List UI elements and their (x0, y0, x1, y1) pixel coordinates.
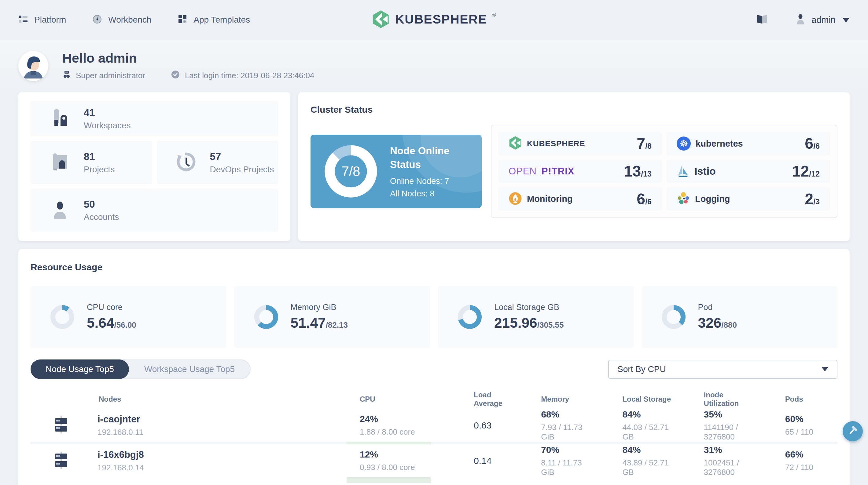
table-row[interactable]: i-16x6bgj8 192.168.0.14 12% 0.93 / 8.00 … (31, 444, 837, 477)
tab-workspace-usage-top5[interactable]: Workspace Usage Top5 (129, 360, 250, 379)
hero-banner: Hello admin Super administrator Last log… (0, 40, 868, 92)
nav-platform[interactable]: Platform (18, 14, 66, 25)
col-pods: Pods (756, 395, 837, 403)
monitoring-ready: 6 (637, 190, 645, 208)
memory-total: /82.13 (326, 320, 348, 330)
user-role-label: Super administrator (76, 71, 145, 80)
service-kubernetes-name: kubernetes (695, 139, 743, 149)
server-icon (54, 452, 68, 470)
server-icon (54, 416, 68, 434)
check-circle-icon (171, 70, 180, 81)
service-kubesphere-name: KUBESPHERE (527, 139, 585, 149)
kubesphere-ready: 7 (637, 135, 645, 152)
node-name[interactable]: i-caojnter (97, 414, 143, 425)
service-kubesphere: KUBESPHERE 7/8 (498, 132, 662, 156)
usage-tabs: Node Usage Top5 Workspace Usage Top5 (31, 359, 251, 379)
kubernetes-icon: ☸ (677, 136, 691, 151)
memory-percent: 68% (541, 409, 593, 420)
stat-accounts[interactable]: 50 Accounts (31, 189, 278, 232)
accounts-icon (50, 200, 70, 221)
cluster-status-title: Cluster Status (311, 104, 837, 115)
user-menu[interactable]: admin (796, 14, 850, 26)
pods-percent: 66% (785, 449, 837, 460)
node-online-title: Node Online Status (390, 144, 468, 171)
kubesphere-total: /8 (645, 142, 652, 151)
service-openpitrix: OPENP!TRIX 13/13 (498, 160, 662, 183)
cpu-label: CPU core (87, 303, 136, 312)
nav-app-templates-label: App Templates (193, 15, 250, 25)
storage-detail: 44.03 / 52.71 GB (622, 423, 675, 442)
kubesphere-hexagon-icon (372, 10, 390, 29)
metric-local-storage: Local Storage GB 215.96/305.55 (438, 286, 634, 348)
workspaces-count: 41 (84, 107, 131, 119)
pods-cell: 60% 65 / 110 (756, 414, 837, 437)
tab-node-usage-top5[interactable]: Node Usage Top5 (31, 359, 129, 379)
pods-percent: 60% (785, 414, 837, 424)
node-online-ratio: 7/8 (324, 145, 377, 198)
sort-by-select[interactable]: Sort By CPU (608, 360, 837, 379)
pods-detail: 65 / 110 (785, 427, 837, 437)
nodes-table-header: Nodes CPU Load Average Memory Local Stor… (31, 389, 837, 409)
stat-devops-projects[interactable]: 57 DevOps Projects (157, 141, 278, 184)
node-online-donut: 7/8 (324, 145, 377, 198)
inode-detail: 1141190 / 3276800 (704, 423, 756, 442)
brand-reg-mark: ® (492, 12, 496, 18)
docs-book-icon[interactable] (756, 14, 768, 26)
storage-used: 215.96 (494, 315, 537, 331)
storage-total: /305.55 (537, 320, 564, 330)
pod-donut (661, 305, 686, 329)
col-inode-utilization: inode Utilization (675, 391, 756, 408)
service-logging: Logging 2/3 (666, 187, 830, 211)
table-row[interactable]: i-caojnter 192.168.0.11 24% 1.88 / 8.00 … (31, 409, 837, 442)
workbench-icon (92, 14, 102, 25)
openpitrix-logo: OPENP!TRIX (508, 166, 574, 177)
logging-ready: 2 (805, 190, 813, 208)
nav-workbench[interactable]: Workbench (92, 14, 151, 25)
inode-cell: 35% 1141190 / 3276800 (675, 409, 756, 442)
storage-cell: 84% 44.03 / 52.71 GB (593, 409, 675, 442)
node-name[interactable]: i-16x6bgj8 (97, 449, 144, 460)
openpitrix-total: /13 (641, 169, 652, 179)
page-title: Hello admin (62, 51, 314, 66)
kubesphere-icon (508, 136, 522, 151)
pod-label: Pod (698, 303, 737, 312)
cpu-detail: 1.88 / 8.00 core (360, 427, 431, 437)
nav-app-templates[interactable]: App Templates (178, 14, 250, 25)
storage-percent: 84% (622, 409, 675, 420)
user-icon (796, 14, 805, 26)
inode-cell: 31% 1002451 / 3276800 (675, 445, 756, 477)
nodes-table-body: i-caojnter 192.168.0.11 24% 1.88 / 8.00 … (31, 409, 837, 477)
hammer-icon (847, 425, 858, 438)
cpu-used: 5.64 (87, 315, 114, 331)
cluster-status-card: Cluster Status 7/8 Node Online Status On… (298, 92, 850, 241)
metric-memory: Memory GiB 51.47/82.13 (235, 286, 430, 348)
user-role: Super administrator (62, 70, 145, 81)
memory-used: 51.47 (291, 315, 326, 331)
node-online-status-card: 7/8 Node Online Status Online Nodes: 7 A… (311, 135, 482, 208)
col-local-storage: Local Storage (593, 395, 675, 403)
kubesphere-logo[interactable]: KUBESPHERE ® (372, 10, 496, 29)
devops-projects-icon (176, 152, 196, 173)
service-logging-name: Logging (695, 194, 730, 204)
memory-label: Memory GiB (291, 303, 348, 312)
stat-workspaces[interactable]: 41 Workspaces (31, 101, 278, 136)
workspaces-label: Workspaces (84, 121, 131, 130)
service-monitoring-name: Monitoring (527, 194, 573, 204)
service-istio: Istio 12/12 (666, 160, 830, 183)
last-login: Last login time: 2019-06-28 23:46:04 (171, 70, 314, 81)
node-ip: 192.168.0.14 (97, 463, 144, 473)
inode-detail: 1002451 / 3276800 (704, 458, 756, 477)
service-monitoring: Monitoring 6/6 (498, 187, 662, 211)
istio-icon (677, 164, 689, 179)
nav-workbench-label: Workbench (108, 15, 151, 25)
resource-usage-title: Resource Usage (31, 262, 837, 272)
openpitrix-ready: 13 (624, 162, 641, 180)
col-load-average: Load Average (431, 391, 512, 408)
storage-donut (458, 305, 482, 329)
toolbox-button[interactable] (843, 421, 863, 441)
storage-detail: 43.89 / 52.71 GB (622, 458, 675, 477)
storage-label: Local Storage GB (494, 303, 564, 312)
kubernetes-total: /6 (813, 142, 820, 151)
last-login-label: Last login time: 2019-06-28 23:46:04 (185, 71, 314, 80)
stat-projects[interactable]: 81 Projects (31, 141, 152, 184)
